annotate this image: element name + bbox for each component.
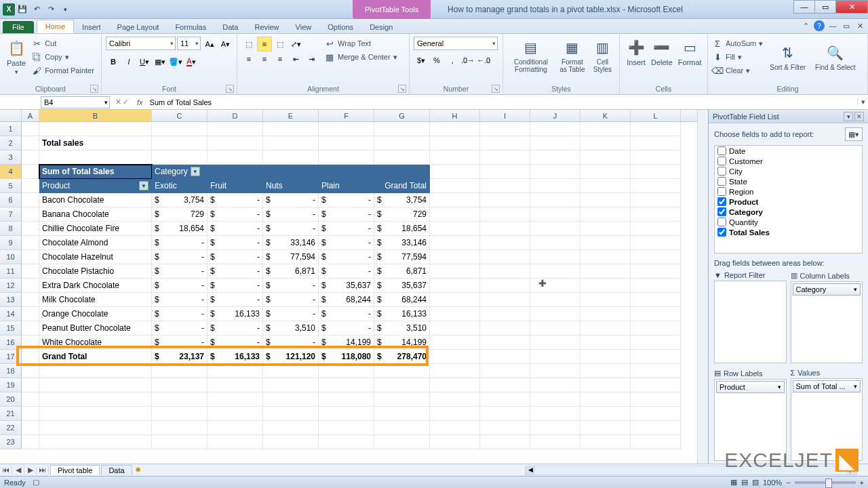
cell[interactable]: $- — [319, 193, 374, 207]
cell[interactable] — [430, 165, 480, 179]
close-button[interactable]: ✕ — [835, 0, 868, 14]
mdi-close-icon[interactable]: ✕ — [854, 20, 865, 31]
field-checkbox[interactable] — [717, 197, 726, 206]
align-bottom-icon[interactable]: ⬚ — [273, 37, 288, 52]
cell[interactable] — [631, 207, 681, 222]
cell[interactable] — [580, 122, 631, 136]
cell[interactable] — [530, 321, 580, 336]
orientation-icon[interactable]: ⤢▾ — [288, 37, 303, 52]
row-header-7[interactable]: 7 — [0, 207, 22, 222]
cell[interactable] — [374, 421, 430, 435]
cell[interactable] — [580, 250, 631, 264]
cell[interactable]: $3,510 — [374, 321, 430, 336]
font-color-button[interactable]: A▾ — [184, 54, 199, 69]
cell[interactable]: $77,594 — [263, 250, 319, 264]
cell[interactable] — [480, 350, 530, 364]
sheet-nav-last-icon[interactable]: ⏭ — [37, 466, 49, 474]
decrease-indent-icon[interactable]: ⇤ — [288, 52, 303, 66]
col-header-K[interactable]: K — [580, 110, 631, 121]
cell[interactable] — [374, 435, 430, 449]
field-checkbox[interactable] — [717, 207, 726, 216]
cell[interactable] — [430, 421, 480, 435]
cell[interactable]: $- — [152, 279, 208, 293]
cell[interactable] — [530, 222, 580, 236]
cell[interactable] — [631, 222, 681, 236]
row-header-1[interactable]: 1 — [0, 122, 22, 136]
field-list-layout-button[interactable]: ▦▾ — [845, 127, 863, 141]
cell[interactable]: Chocolate Almond — [39, 236, 152, 250]
cell[interactable] — [152, 421, 208, 435]
field-list-dropdown-icon[interactable]: ▾ — [844, 112, 853, 121]
format-as-table-button[interactable]: ▦Format as Table — [555, 37, 590, 75]
col-header-G[interactable]: G — [374, 110, 430, 121]
cell[interactable] — [631, 435, 681, 449]
cell[interactable]: $35,637 — [374, 279, 430, 293]
cell[interactable]: $68,244 — [319, 293, 374, 307]
col-header-A[interactable]: A — [22, 110, 39, 121]
view-normal-icon[interactable]: ▦ — [730, 478, 737, 487]
cell[interactable] — [480, 435, 530, 449]
cell[interactable] — [319, 150, 374, 165]
cell[interactable] — [430, 122, 480, 136]
col-header-J[interactable]: J — [530, 110, 580, 121]
wrap-text-button[interactable]: ↩Wrap Text — [324, 37, 397, 50]
cell[interactable] — [22, 250, 39, 264]
cell[interactable]: Grand Total — [374, 179, 430, 193]
cell[interactable] — [480, 336, 530, 350]
cell[interactable] — [530, 179, 580, 193]
cell[interactable] — [530, 336, 580, 350]
cell[interactable]: $14,199 — [319, 336, 374, 350]
cell-grid[interactable]: Total salesSum of Total SalesCategory▼Pr… — [22, 122, 697, 466]
cell[interactable] — [530, 250, 580, 264]
cell[interactable] — [430, 179, 480, 193]
cell[interactable] — [530, 122, 580, 136]
cell[interactable]: $- — [263, 279, 319, 293]
find-select-button[interactable]: 🔍Find & Select — [812, 37, 858, 77]
cell[interactable] — [480, 407, 530, 421]
cell[interactable]: $3,754 — [152, 193, 208, 207]
field-product[interactable]: Product — [715, 197, 862, 207]
cell[interactable] — [631, 193, 681, 207]
tab-insert[interactable]: Insert — [74, 21, 109, 33]
cell[interactable]: Plain — [319, 179, 374, 193]
cell[interactable] — [631, 264, 681, 279]
insert-cells-button[interactable]: ➕Insert — [624, 37, 648, 68]
cell[interactable] — [530, 207, 580, 222]
cell[interactable] — [580, 321, 631, 336]
cell[interactable] — [39, 378, 152, 392]
row-header-6[interactable]: 6 — [0, 193, 22, 207]
field-state[interactable]: State — [715, 176, 862, 186]
cell[interactable] — [22, 207, 39, 222]
number-format-combo[interactable]: General — [414, 37, 498, 50]
cell[interactable] — [374, 392, 430, 407]
cell[interactable] — [580, 378, 631, 392]
increase-decimal-icon[interactable]: .0→ — [460, 53, 475, 68]
cell[interactable] — [208, 378, 263, 392]
cell[interactable]: Product▼ — [39, 179, 152, 193]
row-header-9[interactable]: 9 — [0, 236, 22, 250]
cell[interactable] — [631, 307, 681, 321]
cell[interactable]: $729 — [374, 207, 430, 222]
cell[interactable]: $- — [208, 222, 263, 236]
cell[interactable]: $- — [208, 264, 263, 279]
cell[interactable] — [530, 421, 580, 435]
number-launcher[interactable]: ↘ — [492, 85, 500, 93]
tab-review[interactable]: Review — [246, 21, 287, 33]
cell[interactable] — [631, 165, 681, 179]
format-cells-button[interactable]: ▭Format — [675, 37, 705, 68]
cell[interactable]: Total sales — [39, 136, 152, 150]
cell[interactable] — [480, 307, 530, 321]
row-header-16[interactable]: 16 — [0, 336, 22, 350]
cell[interactable]: $68,244 — [374, 293, 430, 307]
field-checkbox[interactable] — [717, 228, 726, 237]
cell[interactable]: $3,754 — [374, 193, 430, 207]
cell[interactable] — [152, 150, 208, 165]
sheet-tab-data[interactable]: Data — [101, 465, 132, 475]
paste-button[interactable]: 📋 Paste ▾ — [4, 37, 28, 77]
cell[interactable]: $- — [319, 250, 374, 264]
qat-customize-icon[interactable]: ▾ — [58, 3, 72, 16]
cell[interactable] — [530, 407, 580, 421]
cell[interactable] — [430, 435, 480, 449]
row-header-2[interactable]: 2 — [0, 136, 22, 150]
cell[interactable] — [319, 165, 374, 179]
